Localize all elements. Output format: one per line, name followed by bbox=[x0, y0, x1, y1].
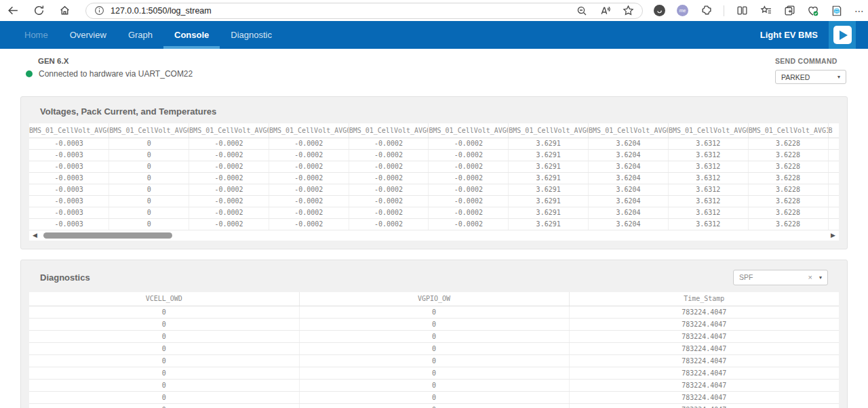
favorite-star-icon[interactable] bbox=[622, 5, 634, 17]
table-cell: 783224.4047 bbox=[569, 331, 839, 343]
table-cell: 0 bbox=[299, 404, 569, 408]
table-row: -0.00030-0.0002-0.0002-0.0002-0.00023.62… bbox=[29, 195, 839, 207]
table-row: 00783224.4047 bbox=[29, 404, 839, 408]
send-command-label: SEND COMMAND bbox=[775, 57, 846, 65]
diagnostics-filter-dropdown[interactable]: SPF × ▾ bbox=[733, 270, 828, 285]
chevron-down-icon: ▾ bbox=[819, 274, 822, 281]
table-cell: 3.6228 bbox=[748, 184, 828, 195]
table-cell: 0 bbox=[299, 355, 569, 367]
zoom-out-icon[interactable] bbox=[576, 5, 588, 17]
diagnostics-panel-title: Diagnostics bbox=[40, 272, 90, 283]
table-cell: 3.6228 bbox=[748, 161, 828, 172]
scrollbar-track[interactable] bbox=[41, 232, 827, 239]
table-cell bbox=[828, 195, 839, 207]
table-cell: -0.0002 bbox=[269, 195, 349, 207]
send-command-dropdown[interactable]: PARKED ▾ bbox=[775, 70, 846, 84]
table-cell: -0.0003 bbox=[29, 184, 109, 195]
table-cell: 783224.4047 bbox=[569, 319, 839, 331]
table-cell: 3.6291 bbox=[509, 161, 589, 172]
table-cell: 3.6204 bbox=[589, 218, 669, 230]
extension-icon-me[interactable]: me bbox=[677, 5, 688, 16]
app-navbar: HomeOverviewGraphConsoleDiagnostic Light… bbox=[0, 21, 868, 49]
table-cell bbox=[828, 149, 839, 161]
table-cell: 3.6312 bbox=[668, 207, 748, 218]
clear-filter-icon[interactable]: × bbox=[808, 273, 812, 281]
table-cell: -0.0003 bbox=[29, 207, 109, 218]
scroll-left-icon[interactable]: ◀ bbox=[33, 232, 37, 239]
tab-graph[interactable]: Graph bbox=[117, 21, 163, 49]
site-info-icon[interactable] bbox=[93, 5, 105, 17]
collections-icon[interactable] bbox=[783, 5, 795, 17]
table-cell: -0.0002 bbox=[349, 161, 429, 172]
table-cell: -0.0002 bbox=[269, 207, 349, 218]
extension-shape-icon[interactable] bbox=[700, 5, 712, 17]
tab-console[interactable]: Console bbox=[163, 21, 220, 49]
table-cell: 0 bbox=[29, 306, 299, 319]
home-icon[interactable] bbox=[58, 5, 71, 17]
table-cell: 3.6228 bbox=[748, 149, 828, 161]
table-header-row: BMS_01_CellVolt_AVG01BMS_01_CellVolt_AVG… bbox=[29, 123, 839, 138]
table-cell: 0 bbox=[109, 218, 189, 230]
tab-home[interactable]: Home bbox=[14, 21, 59, 49]
table-cell bbox=[828, 138, 839, 149]
table-cell: 0 bbox=[109, 161, 189, 172]
table-cell: -0.0002 bbox=[429, 172, 509, 184]
table-cell: 3.6228 bbox=[748, 138, 828, 149]
scrollbar-thumb[interactable] bbox=[43, 232, 172, 239]
table-cell: -0.0002 bbox=[269, 161, 349, 172]
table-cell bbox=[828, 207, 839, 218]
table-cell: -0.0002 bbox=[429, 149, 509, 161]
table-cell: 3.6204 bbox=[589, 172, 669, 184]
horizontal-scrollbar: ◀ ▶ bbox=[29, 230, 839, 241]
play-logo-icon bbox=[833, 26, 852, 44]
url-text[interactable]: 127.0.0.1:5050/log_stream bbox=[111, 6, 576, 16]
table-cell: 0 bbox=[109, 172, 189, 184]
table-cell: 0 bbox=[29, 343, 299, 355]
back-icon[interactable] bbox=[7, 5, 19, 17]
column-header: BMS_01_CellVolt_AVG03 bbox=[189, 123, 269, 138]
table-cell: -0.0002 bbox=[189, 195, 269, 207]
browser-extensions: me ⋯ bbox=[654, 5, 864, 17]
table-cell: 0 bbox=[29, 331, 299, 343]
table-cell: -0.0002 bbox=[349, 184, 429, 195]
table-cell: 783224.4047 bbox=[569, 404, 839, 408]
more-menu-icon[interactable]: ⋯ bbox=[854, 5, 864, 16]
table-cell: -0.0002 bbox=[349, 218, 429, 230]
table-cell: 3.6204 bbox=[589, 195, 669, 207]
split-screen-icon[interactable] bbox=[736, 5, 748, 17]
extension-icon-dark[interactable] bbox=[654, 5, 665, 16]
table-cell: 0 bbox=[109, 195, 189, 207]
table-cell: 0 bbox=[29, 319, 299, 331]
browser-toolbar: 127.0.0.1:5050/log_stream me bbox=[0, 0, 868, 21]
table-cell: -0.0003 bbox=[29, 161, 109, 172]
read-aloud-icon[interactable] bbox=[599, 5, 611, 17]
table-cell: 3.6291 bbox=[509, 218, 589, 230]
browser-essentials-icon[interactable] bbox=[807, 5, 819, 17]
address-bar[interactable]: 127.0.0.1:5050/log_stream bbox=[85, 3, 643, 19]
table-cell: 783224.4047 bbox=[569, 392, 839, 404]
table-cell: -0.0002 bbox=[349, 149, 429, 161]
column-header: Time_Stamp bbox=[569, 292, 839, 306]
favorites-hub-icon[interactable] bbox=[760, 5, 772, 17]
table-cell: 0 bbox=[299, 331, 569, 343]
column-header: BMS_01_CellVolt_AVG02 bbox=[109, 123, 189, 138]
scroll-right-icon[interactable]: ▶ bbox=[831, 232, 835, 239]
table-cell: -0.0003 bbox=[29, 138, 109, 149]
connection-text: Connected to hardware via UART_COM22 bbox=[39, 69, 193, 79]
table-cell: 3.6312 bbox=[668, 149, 748, 161]
refresh-icon[interactable] bbox=[33, 5, 45, 17]
column-header: VCELL_OWD bbox=[29, 292, 299, 306]
diagnostics-panel: Diagnostics SPF × ▾ VCELL_OWDVGPIO_OWTim… bbox=[20, 260, 848, 408]
table-cell: 3.6204 bbox=[589, 149, 669, 161]
table-cell: 3.6312 bbox=[668, 161, 748, 172]
ie-mode-icon[interactable] bbox=[831, 5, 843, 17]
tab-diagnostic[interactable]: Diagnostic bbox=[220, 21, 283, 49]
table-cell: -0.0003 bbox=[29, 172, 109, 184]
table-cell bbox=[828, 218, 839, 230]
app-logo[interactable] bbox=[829, 21, 856, 49]
table-cell: -0.0002 bbox=[429, 161, 509, 172]
column-header: B bbox=[828, 123, 839, 138]
table-cell: 3.6312 bbox=[668, 172, 748, 184]
tab-overview[interactable]: Overview bbox=[59, 21, 117, 49]
table-cell: 783224.4047 bbox=[569, 380, 839, 392]
